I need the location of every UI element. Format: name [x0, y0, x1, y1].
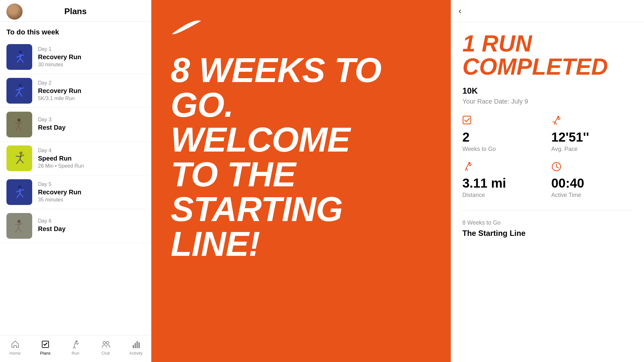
stats-grid: 2 Weeks to Go 12'51'' Avg. Pace	[462, 116, 632, 199]
right-content: 1 RUN COMPLETED 10K Your Race Date: July…	[451, 22, 644, 362]
svg-point-24	[18, 185, 22, 189]
svg-line-17	[18, 126, 22, 130]
plan-day-1: Day 1	[38, 46, 145, 52]
clock-icon	[551, 162, 632, 174]
svg-line-13	[18, 122, 19, 126]
plan-info-1: Day 1 Recovery Run 30 minutes	[38, 46, 145, 68]
plan-list: Day 1 Recovery Run 30 minutes	[0, 40, 151, 335]
svg-rect-42	[137, 341, 138, 348]
bottom-nav: Home Plans Run	[0, 335, 151, 362]
plan-item-4[interactable]: Day 4 Speed Run 26 Min • Speed Run	[0, 142, 151, 175]
svg-line-5	[20, 59, 24, 62]
plan-day-3: Day 3	[38, 117, 145, 123]
nav-label-home: Home	[10, 351, 21, 356]
plan-day-2: Day 2	[38, 80, 145, 86]
svg-line-14	[15, 123, 19, 124]
svg-rect-41	[135, 343, 136, 348]
plan-thumb-6	[6, 213, 32, 239]
plan-item-5[interactable]: Day 5 Recovery Run 35 minutes	[0, 175, 151, 209]
plans-icon	[40, 339, 51, 349]
avatar[interactable]	[6, 4, 23, 20]
plan-thumb-5	[6, 179, 32, 205]
plan-thumb-2	[6, 78, 32, 104]
completed-title: 1 RUN COMPLETED	[462, 32, 632, 78]
plan-name-6: Rest Day	[38, 225, 145, 233]
center-headline: 8 WEEKS TO GO. WELCOME TO THE STARTING L…	[171, 53, 381, 261]
plan-name-1: Recovery Run	[38, 53, 145, 61]
svg-line-20	[16, 156, 20, 157]
plan-thumb-1	[6, 44, 32, 70]
nav-label-activity: Activity	[129, 351, 143, 356]
svg-line-2	[16, 56, 20, 57]
svg-line-4	[17, 59, 20, 62]
plan-item-6[interactable]: Day 6 Rest Day	[0, 209, 151, 243]
svg-line-11	[19, 92, 22, 97]
nav-item-home[interactable]: Home	[0, 339, 30, 356]
nav-label-plans: Plans	[40, 351, 51, 356]
plan-info-5: Day 5 Recovery Run 35 minutes	[38, 181, 145, 203]
svg-line-35	[18, 228, 22, 232]
svg-line-27	[20, 190, 24, 191]
stat-pace-label: Avg. Pace	[551, 146, 632, 153]
plan-item-2[interactable]: Day 2 Recovery Run 5K/3.1 mile Run	[0, 74, 151, 108]
svg-point-30	[17, 220, 21, 223]
plan-name-5: Recovery Run	[38, 189, 145, 196]
race-date: Your Race Date: July 9	[462, 98, 632, 105]
program-name: The Starting Line	[462, 229, 632, 238]
stat-distance-value: 3.11 mi	[462, 176, 544, 190]
svg-line-22	[16, 159, 20, 164]
right-header: ‹	[451, 0, 644, 22]
svg-rect-43	[138, 342, 140, 348]
svg-line-28	[17, 193, 20, 198]
plan-item-1[interactable]: Day 1 Recovery Run 30 minutes	[0, 40, 151, 74]
stat-distance: 3.11 mi Distance	[462, 162, 544, 199]
divider	[462, 210, 632, 210]
back-button[interactable]: ‹	[459, 6, 461, 16]
stat-pace-value: 12'51''	[551, 130, 632, 144]
svg-line-29	[20, 193, 23, 197]
stat-distance-label: Distance	[462, 192, 544, 199]
svg-point-38	[103, 341, 106, 344]
plan-info-6: Day 6 Rest Day	[38, 218, 145, 234]
nav-item-run[interactable]: Run	[61, 339, 91, 356]
plan-item-3[interactable]: Day 3 Rest Day	[0, 108, 151, 142]
left-header: Plans	[0, 0, 151, 22]
nav-item-activity[interactable]: Activity	[121, 339, 151, 356]
stat-pace: 12'51'' Avg. Pace	[551, 116, 632, 153]
svg-line-16	[16, 126, 18, 131]
right-panel: ‹ 1 RUN COMPLETED 10K Your Race Date: Ju…	[451, 0, 644, 362]
program-weeks: 8 Weeks to Go	[462, 219, 632, 226]
run-nav-icon	[70, 339, 80, 349]
svg-line-34	[15, 228, 18, 232]
plan-day-6: Day 6	[38, 218, 145, 224]
svg-line-32	[15, 224, 19, 225]
svg-line-26	[16, 191, 20, 192]
stat-weeks: 2 Weeks to Go	[462, 116, 544, 153]
svg-line-49	[556, 167, 558, 168]
plan-name-3: Rest Day	[38, 124, 145, 131]
distance-runner-icon	[462, 162, 544, 174]
nav-item-plans[interactable]: Plans	[30, 339, 61, 356]
race-category: 10K	[462, 86, 632, 96]
activity-icon	[131, 339, 141, 349]
plan-thumb-3	[6, 112, 32, 137]
svg-point-46	[469, 162, 471, 164]
stat-time-label: Active Time	[551, 192, 632, 199]
svg-point-37	[76, 340, 78, 342]
plan-thumb-4	[6, 145, 32, 171]
center-panel: 8 WEEKS TO GO. WELCOME TO THE STARTING L…	[151, 0, 451, 362]
nav-label-run: Run	[72, 351, 80, 356]
plan-info-4: Day 4 Speed Run 26 Min • Speed Run	[38, 148, 145, 169]
nav-item-club[interactable]: Club	[90, 339, 121, 356]
plan-detail-2: 5K/3.1 mile Run	[38, 96, 145, 101]
plan-day-5: Day 5	[38, 181, 145, 187]
stat-time: 00:40 Active Time	[551, 162, 632, 199]
page-title: Plans	[64, 6, 87, 16]
svg-line-3	[20, 55, 24, 56]
left-panel: Plans To do this week Day 1	[0, 0, 151, 362]
plan-detail-5: 35 minutes	[38, 197, 145, 203]
svg-line-10	[16, 92, 19, 97]
plan-name-2: Recovery Run	[38, 87, 145, 95]
svg-point-18	[19, 152, 23, 155]
stat-time-value: 00:40	[551, 176, 632, 190]
